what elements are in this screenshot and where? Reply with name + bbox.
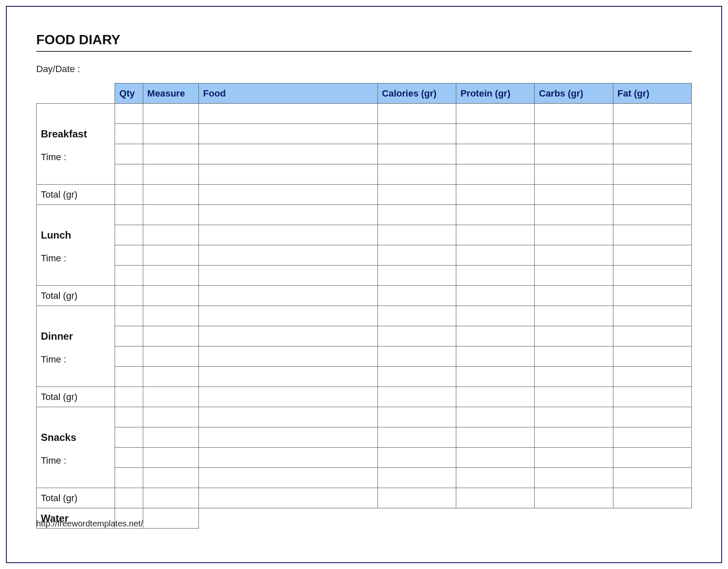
cell[interactable] (456, 164, 534, 185)
cell[interactable] (115, 468, 143, 488)
cell[interactable] (377, 326, 456, 346)
cell[interactable] (377, 266, 456, 286)
cell[interactable] (377, 164, 456, 185)
cell[interactable] (456, 387, 534, 407)
cell[interactable] (613, 326, 691, 346)
cell[interactable] (535, 468, 613, 488)
cell[interactable] (199, 205, 377, 225)
cell[interactable] (613, 286, 691, 306)
cell[interactable] (115, 407, 143, 427)
cell[interactable] (613, 387, 691, 407)
cell[interactable] (115, 225, 143, 245)
cell[interactable] (377, 346, 456, 367)
cell[interactable] (535, 346, 613, 367)
cell[interactable] (115, 104, 143, 124)
cell[interactable] (535, 164, 613, 185)
cell[interactable] (377, 387, 456, 407)
cell[interactable] (199, 326, 377, 346)
cell[interactable] (377, 245, 456, 266)
cell[interactable] (456, 306, 534, 326)
cell[interactable] (456, 124, 534, 144)
cell[interactable] (115, 245, 143, 266)
cell[interactable] (115, 306, 143, 326)
cell[interactable] (199, 245, 377, 266)
cell[interactable] (199, 367, 377, 387)
cell[interactable] (613, 144, 691, 164)
cell[interactable] (115, 124, 143, 144)
cell[interactable] (613, 488, 691, 508)
cell[interactable] (613, 245, 691, 266)
cell[interactable] (115, 427, 143, 448)
cell[interactable] (456, 286, 534, 306)
cell[interactable] (535, 245, 613, 266)
cell[interactable] (535, 286, 613, 306)
cell[interactable] (115, 326, 143, 346)
cell[interactable] (456, 468, 534, 488)
cell[interactable] (377, 306, 456, 326)
cell[interactable] (199, 346, 377, 367)
cell[interactable] (535, 448, 613, 468)
cell[interactable] (613, 266, 691, 286)
cell[interactable] (199, 225, 377, 245)
cell[interactable] (377, 185, 456, 205)
cell[interactable] (613, 124, 691, 144)
cell[interactable] (199, 407, 377, 427)
cell[interactable] (613, 104, 691, 124)
cell[interactable] (199, 104, 377, 124)
cell[interactable] (456, 185, 534, 205)
cell[interactable] (535, 205, 613, 225)
cell[interactable] (199, 185, 377, 205)
cell[interactable] (115, 367, 143, 387)
cell[interactable] (535, 488, 613, 508)
cell[interactable] (199, 164, 377, 185)
cell[interactable] (613, 468, 691, 488)
cell[interactable] (143, 266, 199, 286)
cell[interactable] (535, 225, 613, 245)
cell[interactable] (199, 488, 377, 508)
cell[interactable] (456, 407, 534, 427)
cell[interactable] (199, 448, 377, 468)
cell[interactable] (143, 124, 199, 144)
cell[interactable] (377, 205, 456, 225)
cell[interactable] (377, 468, 456, 488)
cell[interactable] (535, 124, 613, 144)
cell[interactable] (377, 104, 456, 124)
cell[interactable] (143, 205, 199, 225)
cell[interactable] (143, 326, 199, 346)
cell[interactable] (456, 245, 534, 266)
cell[interactable] (377, 407, 456, 427)
cell[interactable] (613, 225, 691, 245)
cell[interactable] (613, 367, 691, 387)
cell[interactable] (115, 144, 143, 164)
cell[interactable] (456, 326, 534, 346)
cell[interactable] (377, 225, 456, 245)
cell[interactable] (143, 306, 199, 326)
cell[interactable] (535, 185, 613, 205)
cell[interactable] (199, 387, 377, 407)
cell[interactable] (115, 346, 143, 367)
cell[interactable] (456, 104, 534, 124)
cell[interactable] (143, 185, 199, 205)
cell[interactable] (535, 306, 613, 326)
cell[interactable] (143, 448, 199, 468)
cell[interactable] (613, 427, 691, 448)
cell[interactable] (535, 427, 613, 448)
cell[interactable] (143, 488, 199, 508)
cell[interactable] (613, 306, 691, 326)
cell[interactable] (115, 286, 143, 306)
cell[interactable] (456, 367, 534, 387)
cell[interactable] (535, 407, 613, 427)
cell[interactable] (143, 286, 199, 306)
cell[interactable] (535, 387, 613, 407)
cell[interactable] (199, 427, 377, 448)
cell[interactable] (613, 448, 691, 468)
cell[interactable] (199, 286, 377, 306)
cell[interactable] (456, 144, 534, 164)
cell[interactable] (115, 488, 143, 508)
cell[interactable] (456, 205, 534, 225)
cell[interactable] (613, 205, 691, 225)
cell[interactable] (377, 286, 456, 306)
cell[interactable] (535, 104, 613, 124)
cell[interactable] (456, 346, 534, 367)
cell[interactable] (143, 346, 199, 367)
